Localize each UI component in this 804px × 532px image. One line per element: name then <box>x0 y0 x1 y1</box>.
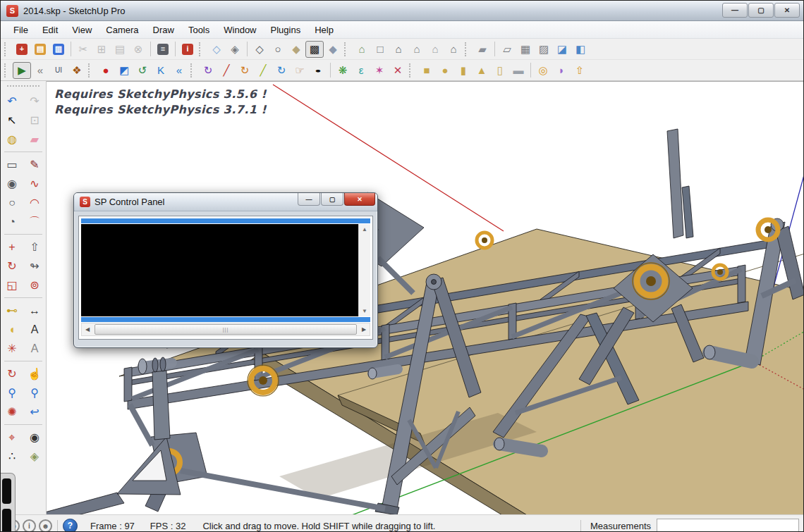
new-button[interactable]: + <box>13 41 31 58</box>
joint-servo-button[interactable]: ╱ <box>254 62 272 79</box>
pan-tool[interactable]: ☝ <box>25 365 44 383</box>
physics-ui-button[interactable]: UI <box>49 62 68 79</box>
wireframe-button[interactable]: ◇ <box>250 41 269 58</box>
ground-plane-button[interactable]: ● <box>309 62 327 79</box>
arc-tool[interactable]: ◠ <box>25 194 44 211</box>
section-tool-blue-2-button[interactable]: ◧ <box>571 41 590 58</box>
scroll-left-icon[interactable]: ◀ <box>82 326 93 333</box>
shape-cone-button[interactable]: ▲ <box>473 62 491 79</box>
rotate-tool[interactable]: ↻ <box>3 257 21 275</box>
paste-button[interactable]: ▤ <box>111 41 129 58</box>
scroll-up-icon[interactable]: ▲ <box>362 224 367 235</box>
section-tool-blue-1-button[interactable]: ◪ <box>553 41 571 58</box>
back-edges-button[interactable]: ◈ <box>226 41 244 58</box>
view-right-button[interactable]: ⌂ <box>408 41 426 58</box>
text-tool[interactable]: A <box>25 321 44 338</box>
shaded-button[interactable]: ◆ <box>287 41 305 58</box>
keyframe-button[interactable]: K <box>152 62 170 79</box>
previous-view-button[interactable]: ↩ <box>25 403 44 421</box>
shape-convex-button[interactable]: ◗ <box>552 62 571 79</box>
sp-vertical-scrollbar[interactable]: ▲ ▼ <box>358 224 370 316</box>
print-button[interactable]: ≡ <box>154 41 172 58</box>
menu-edit[interactable]: Edit <box>35 23 65 37</box>
shape-plane-button[interactable]: ▬ <box>509 62 528 79</box>
follow-me-tool[interactable]: ↬ <box>25 257 44 275</box>
record-button[interactable]: ● <box>97 62 115 79</box>
dimension-tool[interactable]: ↔ <box>25 302 44 319</box>
two-point-arc-tool[interactable]: ⌒ <box>25 213 44 230</box>
sp-panel-content[interactable]: ▲ ▼ <box>81 224 370 316</box>
convex-hull-button[interactable]: ❋ <box>334 62 352 79</box>
threed-text-tool[interactable]: A <box>25 340 44 357</box>
shaded-textures-button[interactable]: ▩ <box>305 41 324 58</box>
scrollbar-thumb[interactable]: ||| <box>95 324 357 335</box>
titlebar[interactable]: S 2014.skp - SketchUp Pro —▢✕ <box>1 1 803 21</box>
xray-mode-button[interactable]: ◇ <box>207 41 226 58</box>
magnet-button[interactable]: ε <box>352 62 370 79</box>
menu-view[interactable]: View <box>65 23 99 37</box>
circle-tool[interactable]: ◉ <box>3 175 21 192</box>
push-pull-tool[interactable]: ⇧ <box>25 238 44 256</box>
physics-play-pause-button[interactable]: ▶ <box>13 62 31 79</box>
menu-draw[interactable]: Draw <box>146 23 181 37</box>
menu-window[interactable]: Window <box>217 23 263 37</box>
tape-measure-tool[interactable]: ⊷ <box>3 302 21 319</box>
menu-camera[interactable]: Camera <box>99 23 145 37</box>
sp-maximize-button[interactable]: ▢ <box>321 193 343 206</box>
make-component-button[interactable]: ⊡ <box>25 111 44 129</box>
help-icon[interactable]: ? <box>63 519 78 532</box>
erase-button[interactable]: ⊗ <box>129 41 147 58</box>
look-around-tool[interactable]: ◉ <box>25 428 44 446</box>
section-plane-tool[interactable]: ◈ <box>25 447 44 465</box>
shape-box-button[interactable]: ■ <box>418 62 436 79</box>
sign-in-icon[interactable]: ☻ <box>39 519 52 532</box>
menu-help[interactable]: Help <box>307 23 341 37</box>
minimize-button[interactable]: — <box>722 3 748 18</box>
undo-button[interactable]: ↶ <box>3 92 21 110</box>
move-tool[interactable]: + <box>3 238 21 256</box>
section-plane-button[interactable]: ▰ <box>473 41 492 58</box>
docked-toolbar-tab[interactable] <box>1 473 16 532</box>
physics-settings-button[interactable]: ❖ <box>68 62 86 79</box>
sp-close-button[interactable]: ✕ <box>344 193 375 206</box>
freehand-tool[interactable]: ∿ <box>25 175 44 192</box>
line-tool[interactable]: ✎ <box>25 156 44 173</box>
protractor-tool[interactable]: ◖ <box>3 321 21 338</box>
camera-track-button[interactable]: ◩ <box>115 62 133 79</box>
attach-button[interactable]: ✶ <box>370 62 389 79</box>
shape-cylinder-button[interactable]: ▮ <box>454 62 473 79</box>
save-button[interactable]: ▥ <box>49 41 68 58</box>
menu-tools[interactable]: Tools <box>181 23 217 37</box>
cut-button[interactable]: ✂ <box>74 41 92 58</box>
menu-file[interactable]: File <box>6 23 35 37</box>
position-camera-tool[interactable]: ⌖ <box>3 428 21 446</box>
rectangle-tool[interactable]: ▭ <box>3 156 21 173</box>
shape-sphere-button[interactable]: ● <box>436 62 454 79</box>
eraser-tool[interactable]: ▰ <box>25 130 44 148</box>
select-tool[interactable]: ↖ <box>3 111 21 129</box>
pie-tool[interactable]: ◔ <box>3 213 21 230</box>
view-front-button[interactable]: ⌂ <box>389 41 408 58</box>
scale-tool[interactable]: ◱ <box>3 276 21 294</box>
polygon-tool[interactable]: ○ <box>3 194 21 211</box>
skip-back-button[interactable]: « <box>170 62 188 79</box>
view-top-button[interactable]: □ <box>371 41 389 58</box>
joint-connector-button[interactable]: ↻ <box>199 62 217 79</box>
zoom-window-tool[interactable]: ⚲ <box>25 384 44 402</box>
copy-button[interactable]: ⊞ <box>92 41 111 58</box>
offset-tool[interactable]: ⊚ <box>25 276 44 294</box>
display-section-planes-button[interactable]: ▱ <box>498 41 516 58</box>
zoom-tool[interactable]: ⚲ <box>3 384 21 402</box>
shape-wheel-button[interactable]: ◎ <box>534 62 552 79</box>
open-button[interactable]: ▤ <box>31 41 49 58</box>
view-back-button[interactable]: ⌂ <box>444 41 463 58</box>
sp-horizontal-scrollbar[interactable]: ◀ ||| ▶ <box>81 323 370 336</box>
physics-reset-button[interactable]: « <box>31 62 49 79</box>
detach-button[interactable]: ✕ <box>389 62 407 79</box>
sp-minimize-button[interactable]: — <box>298 193 320 206</box>
close-button[interactable]: ✕ <box>774 3 800 18</box>
joint-gyro-button[interactable]: ↻ <box>272 62 291 79</box>
axes-tool[interactable]: ✳ <box>3 340 21 357</box>
view-left-button[interactable]: ⌂ <box>426 41 444 58</box>
paint-bucket-tool[interactable]: ◍ <box>3 130 21 148</box>
